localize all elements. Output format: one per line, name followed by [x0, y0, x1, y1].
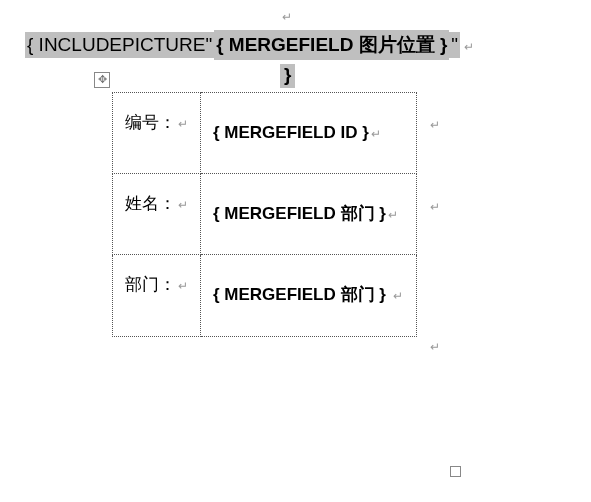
- cell-value-dept[interactable]: { MERGEFIELD 部门 } ↵: [201, 255, 417, 336]
- pilcrow-icon: ↵: [393, 289, 403, 303]
- field-mergefield-imagepos: { MERGEFIELD 图片位置 }: [214, 30, 449, 60]
- pilcrow-icon: ↵: [464, 40, 474, 54]
- table-row[interactable]: 编号：↵ { MERGEFIELD ID }↵: [113, 93, 417, 174]
- pilcrow-icon: ↵: [430, 118, 440, 132]
- cell-value-name[interactable]: { MERGEFIELD 部门 }↵: [201, 174, 417, 255]
- leading-paragraph-mark: ↵: [280, 5, 292, 26]
- table-row[interactable]: 部门：↵ { MERGEFIELD 部门 } ↵: [113, 255, 417, 336]
- pilcrow-icon: ↵: [178, 279, 188, 293]
- cell-label-id[interactable]: 编号：↵: [113, 93, 201, 174]
- mergefield-text: { MERGEFIELD 部门 }: [213, 204, 386, 223]
- mergefield-text: { MERGEFIELD 部门 }: [213, 285, 386, 304]
- field-code-line-1[interactable]: { INCLUDEPICTURE"{ MERGEFIELD 图片位置 }"↵: [25, 30, 474, 60]
- cell-label-name[interactable]: 姓名：↵: [113, 174, 201, 255]
- label-text: 姓名：: [125, 194, 176, 213]
- cell-value-id[interactable]: { MERGEFIELD ID }↵: [201, 93, 417, 174]
- table-move-handle[interactable]: ✥: [94, 72, 110, 88]
- data-table[interactable]: 编号：↵ { MERGEFIELD ID }↵ 姓名：↵ { MERGEFIEL…: [112, 92, 417, 337]
- cell-label-dept[interactable]: 部门：↵: [113, 255, 201, 336]
- pilcrow-icon: ↵: [388, 208, 398, 222]
- pilcrow-icon: ↵: [371, 127, 381, 141]
- label-text: 编号：: [125, 113, 176, 132]
- pilcrow-icon: ↵: [178, 117, 188, 131]
- table-row[interactable]: 姓名：↵ { MERGEFIELD 部门 }↵: [113, 174, 417, 255]
- mergefield-text: { MERGEFIELD ID }: [213, 123, 369, 142]
- field-close-brace: }: [280, 64, 295, 88]
- field-includepicture-open: { INCLUDEPICTURE": [25, 32, 214, 58]
- pilcrow-icon: ↵: [282, 10, 292, 24]
- pilcrow-icon: ↵: [430, 200, 440, 214]
- label-text: 部门：: [125, 275, 176, 294]
- pilcrow-icon: ↵: [430, 340, 440, 354]
- field-quote-close: ": [449, 32, 460, 58]
- table-resize-handle[interactable]: [450, 466, 461, 477]
- pilcrow-icon: ↵: [178, 198, 188, 212]
- field-code-line-2[interactable]: }: [280, 64, 295, 88]
